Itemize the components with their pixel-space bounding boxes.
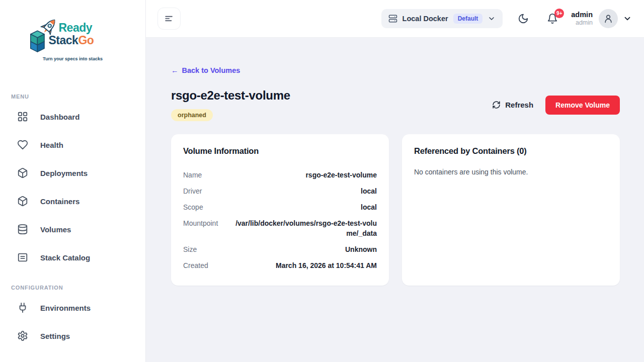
info-label: Mountpoint: [183, 218, 218, 228]
user-name: admin: [571, 11, 593, 19]
info-row-size: Size Unknown: [183, 241, 377, 257]
page-title: rsgo-e2e-test-volume: [171, 88, 290, 103]
sidebar-item-label: Containers: [40, 197, 79, 206]
header-actions: Refresh Remove Volume: [492, 96, 620, 115]
sidebar-item-label: Settings: [40, 332, 70, 340]
sidebar: Ready StackGo Turn your specs into stack…: [0, 0, 146, 362]
arrow-left-icon: ←: [171, 66, 179, 74]
info-row-driver: Driver local: [183, 183, 377, 199]
notification-count-badge: 9+: [554, 9, 564, 18]
moon-icon: [518, 13, 529, 24]
sidebar-item-deployments[interactable]: Deployments: [0, 159, 145, 187]
sidebar-item-containers[interactable]: Containers: [0, 187, 145, 215]
refresh-icon: [492, 101, 501, 109]
environment-name: Local Docker: [403, 15, 448, 23]
app-root: Ready StackGo Turn your specs into stack…: [0, 0, 644, 362]
brand-logo: Ready StackGo Turn your specs into stack…: [23, 15, 123, 65]
main-area: Local Docker Default 9+ admin: [146, 0, 644, 362]
info-label: Driver: [183, 186, 202, 196]
avatar: [599, 9, 618, 28]
info-label: Scope: [183, 202, 203, 212]
brand-name-ready: Ready: [59, 21, 93, 35]
info-value: /var/lib/docker/volumes/rsgo-e2e-test-vo…: [230, 218, 377, 238]
heart-icon: [17, 139, 28, 150]
plug-icon: [17, 302, 28, 313]
sidebar-item-health[interactable]: Health: [0, 131, 145, 159]
sidebar-nav-configuration: Environments Settings: [0, 294, 145, 350]
remove-volume-button[interactable]: Remove Volume: [545, 96, 620, 115]
info-row-scope: Scope local: [183, 199, 377, 215]
box-icon: [17, 167, 28, 178]
sidebar-section-menu: MENU: [0, 94, 145, 100]
user-menu[interactable]: admin admin: [571, 9, 632, 28]
environment-selector[interactable]: Local Docker Default: [381, 9, 503, 28]
back-to-volumes-link[interactable]: ←Back to Volumes: [171, 66, 240, 74]
menu-icon: [164, 14, 174, 24]
info-row-created: Created March 16, 2026 at 10:54:41 AM: [183, 257, 377, 274]
info-row-name: Name rsgo-e2e-test-volume: [183, 167, 377, 183]
sidebar-item-label: Deployments: [40, 169, 88, 177]
chevron-down-icon: [623, 14, 632, 23]
page-content: ←Back to Volumes rsgo-e2e-test-volume or…: [146, 38, 644, 362]
environment-default-badge: Default: [453, 14, 483, 24]
server-icon: [388, 14, 397, 23]
user-text: admin admin: [571, 11, 593, 27]
user-icon: [603, 14, 613, 24]
sidebar-item-label: Dashboard: [40, 113, 79, 121]
sidebar-item-settings[interactable]: Settings: [0, 322, 145, 350]
notifications-button[interactable]: 9+: [547, 13, 558, 24]
brand-name-stackgo: StackGo: [49, 34, 94, 47]
user-role: admin: [571, 19, 593, 27]
dashboard-icon: [17, 111, 28, 122]
status-badge: orphaned: [171, 109, 213, 121]
refresh-button[interactable]: Refresh: [492, 101, 533, 109]
sidebar-item-label: Volumes: [40, 225, 71, 234]
cards-grid: Volume Information Name rsgo-e2e-test-vo…: [171, 134, 620, 286]
volume-information-card: Volume Information Name rsgo-e2e-test-vo…: [171, 134, 389, 286]
catalog-icon: [17, 252, 28, 263]
dark-mode-toggle[interactable]: [518, 13, 529, 24]
sidebar-nav-menu: Dashboard Health Deployments Containers: [0, 103, 145, 272]
sidebar-item-label: Environments: [40, 304, 91, 312]
sidebar-section-configuration: CONFIGURATION: [0, 285, 145, 291]
card-title: Volume Information: [183, 146, 377, 156]
box-icon: [17, 196, 28, 207]
back-link-label: Back to Volumes: [182, 66, 240, 74]
refresh-label: Refresh: [505, 101, 533, 109]
card-title: Referenced by Containers (0): [414, 146, 608, 156]
info-value: local: [361, 202, 377, 212]
info-label: Created: [183, 260, 208, 270]
info-value: rsgo-e2e-test-volume: [305, 170, 377, 180]
info-label: Size: [183, 244, 197, 254]
gear-icon: [17, 330, 28, 341]
sidebar-item-label: Stack Catalog: [40, 253, 90, 262]
sidebar-item-label: Health: [40, 141, 63, 149]
empty-state-message: No containers are using this volume.: [414, 167, 608, 177]
referenced-containers-card: Referenced by Containers (0) No containe…: [402, 134, 620, 286]
sidebar-item-volumes[interactable]: Volumes: [0, 215, 145, 243]
sidebar-item-dashboard[interactable]: Dashboard: [0, 103, 145, 131]
info-label: Name: [183, 170, 202, 180]
database-icon: [17, 224, 28, 235]
info-value: Unknown: [345, 244, 377, 254]
page-container: ←Back to Volumes rsgo-e2e-test-volume or…: [171, 66, 620, 286]
info-row-mountpoint: Mountpoint /var/lib/docker/volumes/rsgo-…: [183, 215, 377, 241]
topbar: Local Docker Default 9+ admin: [146, 0, 644, 38]
sidebar-item-stack-catalog[interactable]: Stack Catalog: [0, 243, 145, 272]
info-value: March 16, 2026 at 10:54:41 AM: [276, 260, 377, 270]
page-header: rsgo-e2e-test-volume orphaned Refresh Re…: [171, 88, 620, 121]
page-title-block: rsgo-e2e-test-volume orphaned: [171, 88, 290, 121]
sidebar-toggle-button[interactable]: [157, 8, 181, 30]
chevron-down-icon: [488, 15, 496, 23]
brand-tagline: Turn your specs into stacks: [23, 56, 123, 61]
sidebar-item-environments[interactable]: Environments: [0, 294, 145, 322]
info-value: local: [361, 186, 377, 196]
